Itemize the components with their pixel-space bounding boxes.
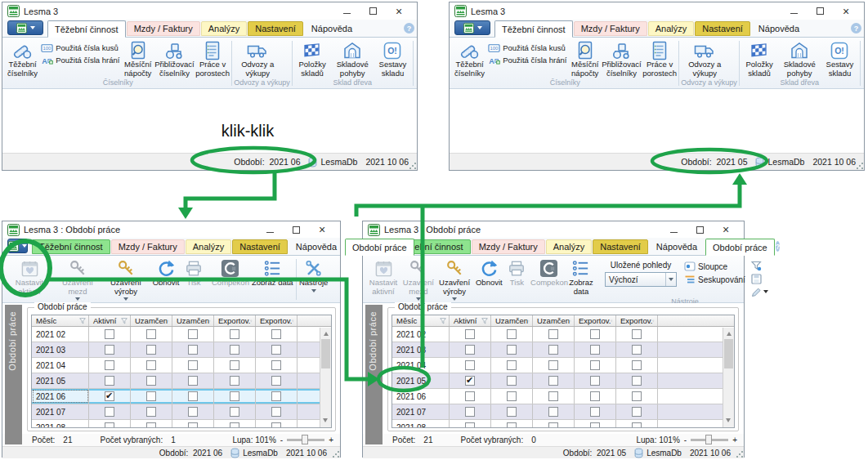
zoom-in-button[interactable]: + <box>732 435 737 444</box>
column-header-exportov-1[interactable]: Exportov. <box>214 315 256 326</box>
checkbox[interactable] <box>632 407 642 417</box>
filter-icon[interactable] <box>250 318 253 324</box>
maximize-button[interactable] <box>360 4 386 19</box>
checkbox[interactable] <box>146 360 156 370</box>
table-row[interactable]: 2021 04 <box>392 358 723 373</box>
checkbox[interactable] <box>590 407 600 417</box>
checkbox[interactable] <box>590 345 600 355</box>
pouzita-cisla-kusu-button[interactable]: Použitá čísla kusů <box>488 43 566 52</box>
checkbox[interactable] <box>271 360 281 370</box>
tab-tezebni-cinnost[interactable]: Těžební činnost <box>32 239 110 254</box>
checkbox[interactable] <box>105 422 114 428</box>
tab-nastaveni[interactable]: Nastavení <box>232 239 288 254</box>
column-header-uzamcen-2[interactable]: Uzamčen <box>533 315 575 326</box>
tab-obdobi-prace[interactable]: Období práce <box>705 239 775 256</box>
checkbox[interactable] <box>105 345 114 355</box>
checkbox[interactable] <box>146 422 156 428</box>
odvozy-a-vykupy-button[interactable]: Odvozy a výkupy <box>234 40 281 78</box>
checkbox[interactable] <box>271 345 281 355</box>
column-header-exportov-1[interactable]: Exportov. <box>575 315 616 326</box>
checkbox[interactable] <box>548 345 558 355</box>
checkbox[interactable] <box>548 360 558 370</box>
pouzita-cisla-hrani-button[interactable]: Použitá čísla hrání <box>488 56 566 65</box>
checkbox[interactable] <box>590 360 600 370</box>
checkbox[interactable] <box>465 391 475 401</box>
combo-dropdown-button[interactable] <box>665 273 676 286</box>
resize-grip-icon[interactable] <box>736 450 743 458</box>
column-header-aktivni[interactable]: Aktivní <box>450 315 491 326</box>
zoom-in-button[interactable]: + <box>329 435 333 444</box>
checkbox[interactable] <box>632 329 642 339</box>
filter-icon[interactable] <box>168 318 169 324</box>
pouzita-cisla-kusu-button[interactable]: Použitá čísla kusů <box>41 43 119 52</box>
edit-icon[interactable] <box>751 287 762 297</box>
tezebni-ciselniky-button[interactable]: Těžební číselníky <box>453 40 486 78</box>
table-row[interactable]: 2021 05 <box>392 373 723 389</box>
checkbox[interactable] <box>507 376 517 386</box>
checkbox[interactable] <box>230 360 239 370</box>
filter-icon[interactable] <box>751 261 762 271</box>
checkbox[interactable] <box>548 407 558 417</box>
tab-analyzy[interactable]: Analýzy <box>648 21 695 36</box>
zoom-slider-thumb[interactable] <box>302 435 308 444</box>
checkbox[interactable] <box>548 422 558 428</box>
checkbox[interactable] <box>271 329 281 339</box>
checkbox[interactable] <box>188 407 198 417</box>
tab-mzdy-faktury[interactable]: Mzdy / Faktury <box>127 21 200 36</box>
tab-analyzy[interactable]: Analýzy <box>186 239 232 254</box>
scrollbar-thumb[interactable] <box>321 339 330 368</box>
polozky-skladu-button[interactable]: Položky skladů <box>294 40 331 78</box>
zoom-slider-thumb[interactable] <box>705 435 712 444</box>
column-header-aktivni[interactable]: Aktivní <box>89 315 131 326</box>
vertical-scrollbar[interactable] <box>320 328 331 427</box>
zoom-slider[interactable] <box>691 439 728 441</box>
column-header-exportov-2[interactable]: Exportov. <box>616 315 658 326</box>
table-row[interactable]: 2021 08 <box>392 420 723 428</box>
checkbox[interactable] <box>507 360 517 370</box>
scroll-up-button[interactable] <box>320 328 331 338</box>
checkbox[interactable] <box>548 329 558 339</box>
compekon-button[interactable]: Compekon <box>211 258 250 288</box>
checkbox[interactable] <box>632 391 642 401</box>
tab-mzdy-faktury[interactable]: Mzdy / Faktury <box>111 239 185 254</box>
checkbox[interactable] <box>507 329 517 339</box>
checkbox[interactable] <box>230 376 239 386</box>
tab-analyzy[interactable]: Analýzy <box>546 239 593 254</box>
checkbox[interactable] <box>188 345 198 355</box>
zoom-out-button[interactable]: - <box>280 435 283 444</box>
filter-icon[interactable] <box>440 318 446 324</box>
tab-tezebni-cinnost[interactable]: Těžební činnost <box>494 20 573 38</box>
tezebni-ciselniky-button[interactable]: Těžební číselníky <box>6 40 39 78</box>
checkbox[interactable] <box>230 407 239 417</box>
checkbox[interactable] <box>271 407 281 417</box>
maximize-button[interactable] <box>687 222 713 237</box>
checkbox[interactable] <box>507 407 517 417</box>
filter-icon[interactable] <box>292 318 294 324</box>
checkbox[interactable] <box>465 360 475 370</box>
checkbox[interactable] <box>105 376 114 386</box>
scroll-up-button[interactable] <box>723 328 734 338</box>
checkbox[interactable] <box>230 329 239 339</box>
table-row[interactable]: 2021 02 <box>32 327 320 342</box>
column-header-uzamcen-1[interactable]: Uzamčen <box>491 315 533 326</box>
zoom-out-button[interactable]: - <box>684 435 687 444</box>
filter-icon[interactable] <box>79 318 86 324</box>
checkbox[interactable] <box>105 391 114 401</box>
mesicni-napocty-button[interactable]: Měsíční nápočty <box>569 40 601 78</box>
obnovit-button[interactable]: Obnovit <box>473 258 504 288</box>
compekon-button[interactable]: Compekon <box>534 258 565 288</box>
skladove-pohyby-button[interactable]: Skladové pohyby <box>332 40 374 78</box>
tab-napoveda[interactable]: Nápověda <box>304 21 360 36</box>
checkbox[interactable] <box>507 422 517 428</box>
priblizovaci-ciselniky-button[interactable]: Přibližovací číselníky <box>154 40 195 78</box>
filter-icon[interactable] <box>611 318 613 324</box>
checkbox[interactable] <box>507 391 517 401</box>
tab-nastaveni[interactable]: Nastavení <box>695 21 750 36</box>
close-button[interactable]: × <box>833 4 859 19</box>
checkbox[interactable] <box>188 391 198 401</box>
table-row[interactable]: 2021 08 <box>32 420 320 428</box>
tisk-button[interactable]: Tisk <box>182 258 205 288</box>
obnovit-button[interactable]: Obnovit <box>150 258 181 288</box>
checkbox[interactable] <box>590 391 600 401</box>
checkbox[interactable] <box>230 345 239 355</box>
